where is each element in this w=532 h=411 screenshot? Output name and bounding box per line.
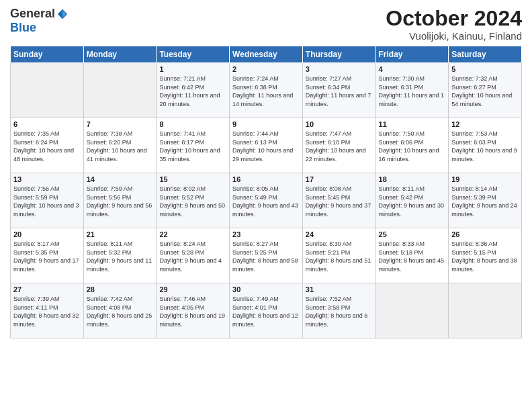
day-number: 16 — [232, 175, 300, 183]
logo-blue-text: Blue — [10, 21, 36, 34]
day-number: 19 — [451, 175, 519, 183]
day-number: 10 — [306, 120, 373, 128]
calendar-cell: 5Sunrise: 7:32 AM Sunset: 6:27 PM Daylig… — [449, 63, 522, 118]
calendar-header-sunday: Sunday — [11, 46, 84, 63]
day-info: Sunrise: 8:27 AM Sunset: 5:25 PM Dayligh… — [232, 240, 300, 273]
calendar-cell: 4Sunrise: 7:30 AM Sunset: 6:31 PM Daylig… — [375, 63, 449, 118]
calendar-week-row: 13Sunrise: 7:56 AM Sunset: 5:59 PM Dayli… — [11, 173, 522, 228]
day-number: 13 — [13, 175, 81, 183]
calendar-header-row: SundayMondayTuesdayWednesdayThursdayFrid… — [11, 46, 522, 63]
day-info: Sunrise: 7:24 AM Sunset: 6:38 PM Dayligh… — [232, 75, 300, 108]
calendar-cell — [11, 63, 84, 118]
calendar-table: SundayMondayTuesdayWednesdayThursdayFrid… — [10, 46, 522, 338]
calendar-header-wednesday: Wednesday — [230, 46, 303, 63]
day-number: 3 — [306, 65, 373, 73]
day-number: 21 — [87, 230, 154, 238]
calendar-header-monday: Monday — [83, 46, 157, 63]
day-number: 22 — [159, 230, 226, 238]
calendar-cell: 9Sunrise: 7:44 AM Sunset: 6:13 PM Daylig… — [230, 118, 303, 173]
calendar-cell: 11Sunrise: 7:50 AM Sunset: 6:06 PM Dayli… — [375, 118, 449, 173]
day-info: Sunrise: 7:27 AM Sunset: 6:34 PM Dayligh… — [306, 75, 373, 108]
day-number: 4 — [379, 65, 446, 73]
day-info: Sunrise: 8:14 AM Sunset: 5:39 PM Dayligh… — [451, 185, 519, 218]
calendar-cell: 28Sunrise: 7:42 AM Sunset: 4:08 PM Dayli… — [83, 283, 157, 338]
day-info: Sunrise: 8:21 AM Sunset: 5:32 PM Dayligh… — [87, 240, 154, 273]
calendar-week-row: 20Sunrise: 8:17 AM Sunset: 5:35 PM Dayli… — [11, 228, 522, 283]
day-number: 18 — [379, 175, 446, 183]
logo-general-text: General — [10, 7, 55, 21]
day-number: 15 — [159, 175, 226, 183]
calendar-cell — [83, 63, 157, 118]
calendar-header-thursday: Thursday — [302, 46, 375, 63]
day-number: 5 — [451, 65, 519, 73]
calendar-cell: 27Sunrise: 7:39 AM Sunset: 4:11 PM Dayli… — [11, 283, 84, 338]
day-info: Sunrise: 7:56 AM Sunset: 5:59 PM Dayligh… — [13, 185, 81, 218]
calendar-cell: 23Sunrise: 8:27 AM Sunset: 5:25 PM Dayli… — [230, 228, 303, 283]
calendar-cell: 13Sunrise: 7:56 AM Sunset: 5:59 PM Dayli… — [11, 173, 84, 228]
day-info: Sunrise: 7:47 AM Sunset: 6:10 PM Dayligh… — [306, 130, 373, 163]
calendar-cell: 10Sunrise: 7:47 AM Sunset: 6:10 PM Dayli… — [302, 118, 375, 173]
day-number: 30 — [232, 285, 300, 293]
calendar-cell: 3Sunrise: 7:27 AM Sunset: 6:34 PM Daylig… — [302, 63, 375, 118]
calendar-cell — [449, 283, 522, 338]
calendar-header-friday: Friday — [375, 46, 449, 63]
day-info: Sunrise: 8:17 AM Sunset: 5:35 PM Dayligh… — [13, 240, 81, 273]
day-number: 28 — [87, 285, 154, 293]
logo: General Blue — [10, 7, 69, 35]
day-number: 14 — [87, 175, 154, 183]
day-info: Sunrise: 7:44 AM Sunset: 6:13 PM Dayligh… — [232, 130, 300, 163]
calendar-cell: 22Sunrise: 8:24 AM Sunset: 5:28 PM Dayli… — [157, 228, 230, 283]
day-number: 12 — [451, 120, 519, 128]
calendar-cell: 16Sunrise: 8:05 AM Sunset: 5:49 PM Dayli… — [230, 173, 303, 228]
calendar-header-tuesday: Tuesday — [157, 46, 230, 63]
day-number: 20 — [13, 230, 81, 238]
day-number: 24 — [306, 230, 373, 238]
day-info: Sunrise: 7:42 AM Sunset: 4:08 PM Dayligh… — [87, 295, 154, 328]
calendar-week-row: 27Sunrise: 7:39 AM Sunset: 4:11 PM Dayli… — [11, 283, 522, 338]
calendar-cell: 2Sunrise: 7:24 AM Sunset: 6:38 PM Daylig… — [230, 63, 303, 118]
calendar-cell: 25Sunrise: 8:33 AM Sunset: 5:18 PM Dayli… — [375, 228, 449, 283]
calendar-week-row: 1Sunrise: 7:21 AM Sunset: 6:42 PM Daylig… — [11, 63, 522, 118]
title-block: October 2024 Vuolijoki, Kainuu, Finland — [386, 7, 522, 42]
day-info: Sunrise: 7:50 AM Sunset: 6:06 PM Dayligh… — [379, 130, 446, 163]
calendar-cell: 8Sunrise: 7:41 AM Sunset: 6:17 PM Daylig… — [157, 118, 230, 173]
day-number: 29 — [159, 285, 226, 293]
calendar-cell: 18Sunrise: 8:11 AM Sunset: 5:42 PM Dayli… — [375, 173, 449, 228]
calendar-cell: 20Sunrise: 8:17 AM Sunset: 5:35 PM Dayli… — [11, 228, 84, 283]
day-info: Sunrise: 8:08 AM Sunset: 5:45 PM Dayligh… — [306, 185, 373, 218]
day-number: 7 — [87, 120, 154, 128]
day-info: Sunrise: 7:39 AM Sunset: 4:11 PM Dayligh… — [13, 295, 81, 328]
calendar-cell: 24Sunrise: 8:30 AM Sunset: 5:21 PM Dayli… — [302, 228, 375, 283]
day-info: Sunrise: 7:30 AM Sunset: 6:31 PM Dayligh… — [379, 75, 446, 108]
month-title: October 2024 — [386, 7, 522, 30]
day-number: 26 — [451, 230, 519, 238]
day-info: Sunrise: 8:36 AM Sunset: 5:15 PM Dayligh… — [451, 240, 519, 273]
calendar-cell: 1Sunrise: 7:21 AM Sunset: 6:42 PM Daylig… — [157, 63, 230, 118]
day-number: 11 — [379, 120, 446, 128]
calendar-cell — [375, 283, 449, 338]
calendar-header-saturday: Saturday — [449, 46, 522, 63]
day-info: Sunrise: 7:32 AM Sunset: 6:27 PM Dayligh… — [451, 75, 519, 108]
calendar-cell: 29Sunrise: 7:46 AM Sunset: 4:05 PM Dayli… — [157, 283, 230, 338]
day-info: Sunrise: 8:05 AM Sunset: 5:49 PM Dayligh… — [232, 185, 300, 218]
day-info: Sunrise: 7:46 AM Sunset: 4:05 PM Dayligh… — [159, 295, 226, 328]
calendar-cell: 19Sunrise: 8:14 AM Sunset: 5:39 PM Dayli… — [449, 173, 522, 228]
day-info: Sunrise: 8:24 AM Sunset: 5:28 PM Dayligh… — [159, 240, 226, 273]
calendar-cell: 6Sunrise: 7:35 AM Sunset: 6:24 PM Daylig… — [11, 118, 84, 173]
calendar-cell: 30Sunrise: 7:49 AM Sunset: 4:01 PM Dayli… — [230, 283, 303, 338]
page-header: General Blue October 2024 Vuolijoki, Kai… — [10, 7, 522, 42]
day-info: Sunrise: 7:38 AM Sunset: 6:20 PM Dayligh… — [87, 130, 154, 163]
calendar-cell: 31Sunrise: 7:52 AM Sunset: 3:58 PM Dayli… — [302, 283, 375, 338]
day-info: Sunrise: 8:02 AM Sunset: 5:52 PM Dayligh… — [159, 185, 226, 218]
logo-icon — [56, 8, 69, 20]
calendar-cell: 7Sunrise: 7:38 AM Sunset: 6:20 PM Daylig… — [83, 118, 157, 173]
day-info: Sunrise: 7:35 AM Sunset: 6:24 PM Dayligh… — [13, 130, 81, 163]
day-number: 6 — [13, 120, 81, 128]
day-info: Sunrise: 7:49 AM Sunset: 4:01 PM Dayligh… — [232, 295, 300, 328]
day-info: Sunrise: 8:33 AM Sunset: 5:18 PM Dayligh… — [379, 240, 446, 273]
day-number: 2 — [232, 65, 300, 73]
day-info: Sunrise: 8:11 AM Sunset: 5:42 PM Dayligh… — [379, 185, 446, 218]
day-number: 27 — [13, 285, 81, 293]
day-info: Sunrise: 7:53 AM Sunset: 6:03 PM Dayligh… — [451, 130, 519, 163]
location-title: Vuolijoki, Kainuu, Finland — [386, 30, 522, 42]
